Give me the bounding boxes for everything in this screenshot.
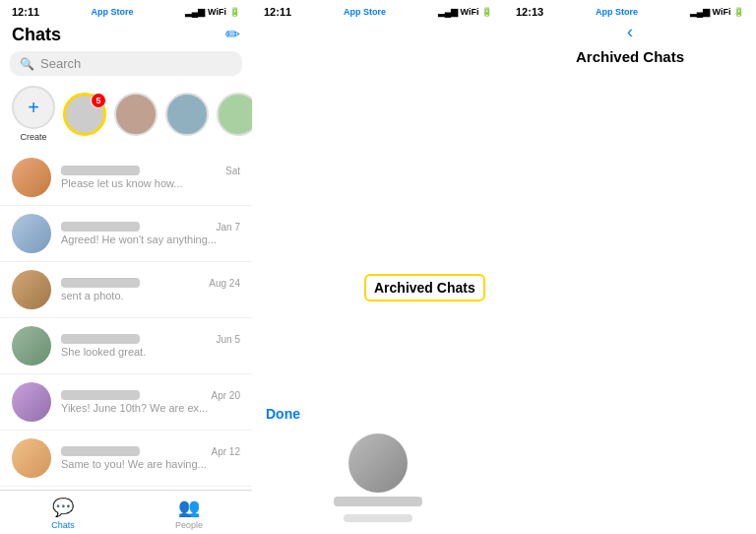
people-tab-label: People: [175, 520, 203, 530]
time-panel3: 12:13: [516, 6, 543, 18]
chats-tab-icon: 💬: [52, 497, 74, 518]
chat-name-3: [61, 278, 140, 288]
chat-avatar-5: [12, 382, 51, 422]
chats-panel: 12:11 App Store ▂▄▆ WiFi 🔋 Chats ✏ 🔍 Sea…: [0, 0, 252, 534]
archived-chats-panel: 12:13 App Store ▂▄▆ WiFi 🔋 ‹ Archived Ch…: [504, 0, 756, 534]
chats-header: Chats ✏: [0, 20, 252, 51]
profile-status: [344, 514, 412, 522]
chat-name-1: [61, 166, 140, 175]
profile-name: [334, 497, 422, 506]
chat-name-5: [61, 390, 140, 400]
chat-info-1: Sat Please let us know how...: [61, 166, 240, 189]
story-item-3[interactable]: [165, 93, 209, 136]
chat-preview-3: sent a photo.: [61, 290, 240, 301]
chat-info-5: Apr 20 Yikes! June 10th? We are ex...: [61, 390, 240, 414]
chat-info-2: Jan 7 Agreed! He won't say anything...: [61, 222, 240, 245]
chat-info-4: Jun 5 She looked great.: [61, 334, 240, 358]
chat-name-row-4: Jun 5: [61, 334, 240, 346]
chat-item-4[interactable]: Jun 5 She looked great.: [0, 318, 252, 374]
chat-item-2[interactable]: Jan 7 Agreed! He won't say anything...: [0, 206, 252, 262]
story-avatar-2[interactable]: [114, 93, 158, 136]
chat-time-3: Aug 24: [209, 278, 240, 290]
archived-chats-overlay-label: Archived Chats: [364, 274, 485, 301]
chat-avatar-6: [12, 438, 51, 478]
chat-time-5: Apr 20: [212, 390, 240, 402]
stories-row: + Create 5: [0, 82, 252, 150]
chat-avatar-1: [12, 158, 51, 197]
archived-nav-bar: ‹ Archived Chats: [504, 20, 756, 534]
status-icons-2: ▂▄▆ WiFi 🔋: [438, 7, 492, 17]
status-icons-3: ▂▄▆ WiFi 🔋: [690, 7, 744, 17]
chat-info-6: Apr 12 Same to you! We are having...: [61, 446, 240, 470]
chat-time-2: Jan 7: [217, 222, 240, 234]
chats-title: Chats: [12, 25, 61, 45]
create-story-btn[interactable]: +: [12, 86, 55, 129]
chat-name-2: [61, 222, 140, 232]
story-item-4[interactable]: [217, 93, 252, 136]
chat-preview-4: She looked great.: [61, 346, 240, 358]
chat-item-5[interactable]: Apr 20 Yikes! June 10th? We are ex...: [0, 374, 252, 431]
back-button[interactable]: ‹: [627, 22, 633, 42]
settings-nav-bar: Done: [252, 20, 504, 426]
chat-list: Sat Please let us know how... Jan 7 Agre…: [0, 150, 252, 490]
chat-preview-6: Same to you! We are having...: [61, 458, 240, 470]
chats-tab-label: Chats: [51, 520, 75, 530]
status-bar-panel3: 12:13 App Store ▂▄▆ WiFi 🔋: [504, 0, 756, 20]
status-bar-panel1: 12:11 App Store ▂▄▆ WiFi 🔋: [0, 0, 252, 20]
search-icon: 🔍: [20, 57, 34, 71]
chat-avatar-4: [12, 326, 51, 366]
chat-time-1: Sat: [225, 166, 240, 177]
story-avatar-1[interactable]: 5: [63, 93, 106, 136]
done-button[interactable]: Done: [266, 406, 490, 422]
chat-preview-5: Yikes! June 10th? We are ex...: [61, 402, 240, 414]
chat-name-row-5: Apr 20: [61, 390, 240, 402]
chat-preview-1: Please let us know how...: [61, 177, 240, 189]
chat-name-row-6: Apr 12: [61, 446, 240, 458]
story-item-1[interactable]: 5: [63, 93, 106, 136]
edit-icon[interactable]: ✏: [225, 24, 240, 45]
chat-avatar-2: [12, 214, 51, 253]
create-label: Create: [20, 132, 46, 142]
chat-time-6: Apr 12: [212, 446, 240, 458]
story-avatar-4[interactable]: [217, 93, 252, 136]
archived-chats-title: Archived Chats: [504, 48, 756, 528]
status-icons-1: ▂▄▆ WiFi 🔋: [185, 7, 240, 17]
chat-time-4: Jun 5: [217, 334, 240, 346]
time-panel2: 12:11: [264, 6, 291, 18]
app-store-label3: App Store: [596, 7, 638, 17]
profile-section: [252, 426, 504, 534]
chat-item-6[interactable]: Apr 12 Same to you! We are having...: [0, 431, 252, 487]
chat-name-row-3: Aug 24: [61, 278, 240, 290]
app-store-label1: App Store: [91, 7, 133, 17]
time-panel1: 12:11: [12, 6, 39, 18]
app-store-label2: App Store: [344, 7, 386, 17]
wifi-icon: WiFi: [208, 7, 226, 17]
people-tab-icon: 👥: [178, 497, 200, 518]
chat-name-6: [61, 446, 140, 456]
story-avatar-3[interactable]: [165, 93, 209, 136]
create-story[interactable]: + Create: [12, 86, 55, 142]
battery-icon: 🔋: [229, 7, 240, 17]
search-placeholder: Search: [40, 56, 81, 71]
chat-name-row-1: Sat: [61, 166, 240, 177]
story-badge-1: 5: [91, 93, 106, 108]
chat-item-3[interactable]: Aug 24 sent a photo.: [0, 262, 252, 318]
tab-people[interactable]: 👥 People: [126, 497, 252, 530]
chat-name-row-2: Jan 7: [61, 222, 240, 234]
profile-picture: [348, 434, 408, 493]
chat-item-1[interactable]: Sat Please let us know how...: [0, 150, 252, 206]
story-item-2[interactable]: [114, 93, 158, 136]
chat-preview-2: Agreed! He won't say anything...: [61, 234, 240, 245]
chat-info-3: Aug 24 sent a photo.: [61, 278, 240, 301]
chat-avatar-3: [12, 270, 51, 309]
status-bar-panel2: 12:11 App Store ▂▄▆ WiFi 🔋: [252, 0, 504, 20]
tab-chats[interactable]: 💬 Chats: [0, 497, 126, 530]
bottom-tabs: 💬 Chats 👥 People: [0, 490, 252, 534]
signal-icon: ▂▄▆: [185, 7, 205, 17]
search-bar[interactable]: 🔍 Search: [10, 51, 242, 76]
settings-panel: 12:11 App Store ▂▄▆ WiFi 🔋 Done 🌙 Dark M…: [252, 0, 504, 534]
chat-name-4: [61, 334, 140, 344]
